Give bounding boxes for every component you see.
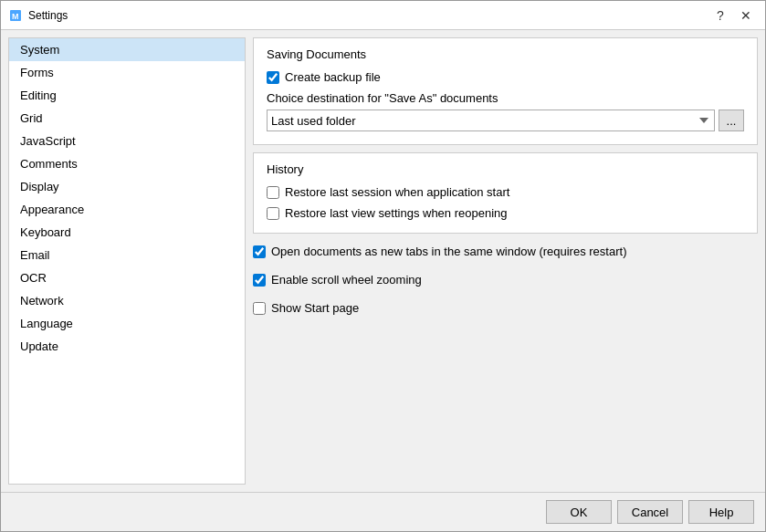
sidebar-item-ocr[interactable]: OCR (9, 266, 245, 289)
title-bar: M Settings ? ✕ (1, 1, 765, 30)
close-button[interactable]: ✕ (734, 6, 758, 25)
restore-session-text: Restore last session when application st… (285, 185, 509, 199)
create-backup-label: Create backup file (285, 70, 381, 84)
sidebar-item-system[interactable]: System (9, 38, 245, 61)
browse-button[interactable]: ... (719, 110, 744, 131)
sidebar-item-editing[interactable]: Editing (9, 84, 245, 107)
sidebar-item-grid[interactable]: Grid (9, 107, 245, 130)
save-as-label: Choice destination for "Save As" documen… (267, 91, 744, 105)
cancel-button[interactable]: Cancel (617, 500, 683, 524)
sidebar-item-forms[interactable]: Forms (9, 61, 245, 84)
open-docs-text: Open documents as new tabs in the same w… (271, 245, 626, 258)
app-icon: M (8, 8, 23, 23)
save-as-destination-dropdown[interactable]: Last used folder Documents folder Ask ev… (267, 110, 715, 131)
restore-view-label[interactable]: Restore last view settings when reopenin… (267, 206, 508, 220)
show-start-label[interactable]: Show Start page (253, 301, 359, 315)
show-start-row: Show Start page (253, 301, 758, 315)
open-docs-label[interactable]: Open documents as new tabs in the same w… (253, 245, 626, 258)
create-backup-checkbox[interactable] (267, 71, 279, 84)
restore-session-checkbox[interactable] (267, 186, 279, 199)
open-docs-checkbox[interactable] (253, 245, 266, 258)
create-backup-row: Create backup file (267, 70, 744, 84)
scroll-zoom-label[interactable]: Enable scroll wheel zooming (253, 273, 422, 287)
restore-session-row: Restore last session when application st… (267, 185, 744, 199)
restore-session-label[interactable]: Restore last session when application st… (267, 185, 509, 199)
sidebar-item-display[interactable]: Display (9, 175, 245, 198)
dialog-title: Settings (28, 9, 708, 22)
restore-view-text: Restore last view settings when reopenin… (285, 206, 508, 220)
restore-view-checkbox[interactable] (267, 207, 279, 220)
sidebar-item-comments[interactable]: Comments (9, 152, 245, 175)
create-backup-checkbox-label[interactable]: Create backup file (267, 70, 381, 84)
dialog-footer: OK Cancel Help (1, 492, 765, 531)
sidebar-item-update[interactable]: Update (9, 335, 245, 358)
settings-dialog: M Settings ? ✕ System Forms Editing Grid… (0, 0, 766, 532)
open-docs-row: Open documents as new tabs in the same w… (253, 245, 758, 258)
help-button[interactable]: ? (708, 6, 732, 25)
svg-text:M: M (12, 12, 19, 21)
standalone-options: Open documents as new tabs in the same w… (253, 241, 758, 318)
help-footer-button[interactable]: Help (688, 500, 754, 524)
sidebar-item-language[interactable]: Language (9, 312, 245, 335)
sidebar-item-appearance[interactable]: Appearance (9, 198, 245, 221)
restore-view-row: Restore last view settings when reopenin… (267, 206, 744, 220)
scroll-zoom-text: Enable scroll wheel zooming (271, 273, 422, 287)
sidebar-item-keyboard[interactable]: Keyboard (9, 221, 245, 244)
show-start-text: Show Start page (271, 301, 359, 315)
title-bar-controls: ? ✕ (708, 6, 758, 25)
scroll-zoom-row: Enable scroll wheel zooming (253, 273, 758, 287)
save-as-destination-row: Last used folder Documents folder Ask ev… (267, 110, 744, 131)
scroll-zoom-checkbox[interactable] (253, 274, 266, 287)
show-start-checkbox[interactable] (253, 302, 266, 315)
history-section: History Restore last session when applic… (253, 152, 758, 234)
sidebar: System Forms Editing Grid JavaScript Com… (8, 37, 246, 485)
ok-button[interactable]: OK (546, 500, 612, 524)
dialog-body: System Forms Editing Grid JavaScript Com… (1, 30, 765, 492)
saving-documents-title: Saving Documents (267, 47, 744, 61)
sidebar-item-network[interactable]: Network (9, 289, 245, 312)
history-title: History (267, 162, 744, 176)
sidebar-item-email[interactable]: Email (9, 244, 245, 266)
content-area: Saving Documents Create backup file Choi… (253, 37, 758, 485)
sidebar-item-javascript[interactable]: JavaScript (9, 130, 245, 152)
saving-documents-section: Saving Documents Create backup file Choi… (253, 37, 758, 145)
